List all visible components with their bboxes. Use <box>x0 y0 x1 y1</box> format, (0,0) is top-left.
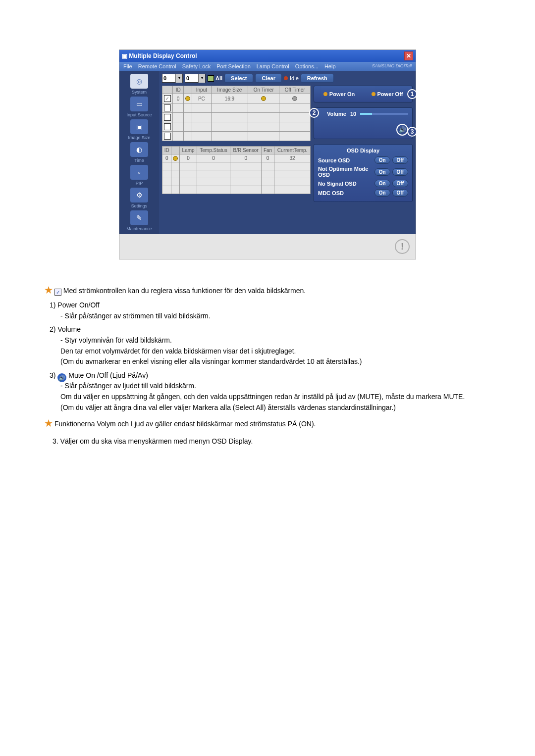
sidebar-item-time[interactable]: ◐Time <box>122 142 157 163</box>
callout-badge-1: 1 <box>407 89 417 99</box>
status-table-1: ID Input Image Size On Timer Off Timer ✓… <box>162 86 311 141</box>
mute-icon[interactable]: 🔊 <box>396 124 408 136</box>
osd-panel: OSD Display Source OSDOnOff Not Optimum … <box>314 144 413 202</box>
brand-label: SAMSUNG DIGITall <box>372 63 412 69</box>
pip-icon: ▫ <box>130 165 148 180</box>
notopt-osd-off[interactable]: Off <box>392 168 408 176</box>
time-icon: ◐ <box>130 142 148 157</box>
source-osd-off[interactable]: Off <box>392 156 408 164</box>
sidebar-item-pip[interactable]: ▫PIP <box>122 165 157 186</box>
star-icon: ★ <box>45 285 53 295</box>
status-dot-icon <box>173 156 178 161</box>
osd-title: OSD Display <box>318 148 408 153</box>
select-button[interactable]: Select <box>224 74 253 83</box>
app-window: ▣ Multiple Display Control ✕ File Remote… <box>119 50 416 259</box>
input-icon: ▭ <box>130 97 148 111</box>
maintenance-icon: ✎ <box>130 210 148 225</box>
app-title: Multiple Display Control <box>129 52 197 59</box>
mdc-osd-off[interactable]: Off <box>392 189 408 197</box>
menubar: File Remote Control Safety Lock Port Sel… <box>119 62 416 71</box>
clear-button[interactable]: Clear <box>255 74 282 83</box>
chevron-down-icon[interactable]: ▾ <box>198 74 205 83</box>
info-icon: ! <box>395 239 410 254</box>
checkbox-icon: ✓ <box>54 289 61 296</box>
star-icon: ★ <box>45 418 53 428</box>
menu-remote[interactable]: Remote Control <box>138 63 176 69</box>
volume-panel: 2 Volume 10 🔊 3 <box>314 107 413 139</box>
row-checkbox[interactable]: ✓ <box>164 95 171 102</box>
sidebar-item-system[interactable]: ◎System <box>122 74 157 95</box>
menu-file[interactable]: File <box>123 63 132 69</box>
all-checkbox[interactable]: All <box>208 75 222 82</box>
speaker-icon: 🔊 <box>57 373 66 382</box>
chevron-down-icon[interactable]: ▾ <box>175 74 182 83</box>
menu-lamp[interactable]: Lamp Control <box>257 63 289 69</box>
volume-slider[interactable] <box>360 113 408 115</box>
volume-label: Volume <box>327 111 346 117</box>
notopt-osd-on[interactable]: On <box>374 168 390 176</box>
sidebar-item-input[interactable]: ▭Input Source <box>122 97 157 117</box>
menu-help[interactable]: Help <box>324 63 336 69</box>
source-osd-on[interactable]: On <box>374 156 390 164</box>
image-icon: ▣ <box>130 119 148 134</box>
nosignal-osd-off[interactable]: Off <box>392 180 408 187</box>
id-combo-1[interactable]: 0▾ <box>162 74 183 83</box>
id-combo-2[interactable]: 0▾ <box>185 74 206 83</box>
table-row[interactable]: ✓ 0 PC 16:9 <box>162 94 311 103</box>
status-dot-icon <box>261 96 266 101</box>
sidebar-item-settings[interactable]: ⚙Settings <box>122 188 157 208</box>
system-icon: ◎ <box>130 74 148 89</box>
status-dot-icon <box>292 96 297 101</box>
titlebar: ▣ Multiple Display Control ✕ <box>119 50 416 62</box>
refresh-button[interactable]: Refresh <box>301 74 334 83</box>
mdc-osd-on[interactable]: On <box>374 189 390 197</box>
menu-options[interactable]: Options... <box>295 63 319 69</box>
settings-icon: ⚙ <box>130 188 148 202</box>
idle-status: Idle <box>284 75 299 81</box>
power-panel: Power On Power Off 1 <box>314 86 413 102</box>
volume-value: 10 <box>350 111 356 117</box>
menu-port[interactable]: Port Selection <box>216 63 250 69</box>
sidebar: ◎System ▭Input Source ▣Image Size ◐Time … <box>119 71 159 234</box>
sidebar-item-maintenance[interactable]: ✎Maintenance <box>122 210 157 231</box>
menu-safety[interactable]: Safety Lock <box>182 63 211 69</box>
power-on-button[interactable]: Power On <box>318 91 360 97</box>
nosignal-osd-on[interactable]: On <box>374 180 390 187</box>
callout-badge-3: 3 <box>407 127 417 137</box>
statusbar: ! <box>119 234 416 259</box>
close-icon[interactable]: ✕ <box>404 51 413 60</box>
sidebar-item-image[interactable]: ▣Image Size <box>122 119 157 140</box>
status-dot-icon <box>185 96 190 101</box>
description-text: ★ ✓ Med strömkontrollen kan du reglera v… <box>25 274 510 456</box>
power-off-button[interactable]: Power Off <box>366 91 408 97</box>
app-icon: ▣ <box>122 52 129 59</box>
table-row[interactable]: 0 0 0 0 0 32 <box>162 154 311 162</box>
callout-badge-2: 2 <box>309 108 319 118</box>
status-table-2: ID Lamp Temp.Status B/R Sensor Fan Curre… <box>162 146 311 194</box>
